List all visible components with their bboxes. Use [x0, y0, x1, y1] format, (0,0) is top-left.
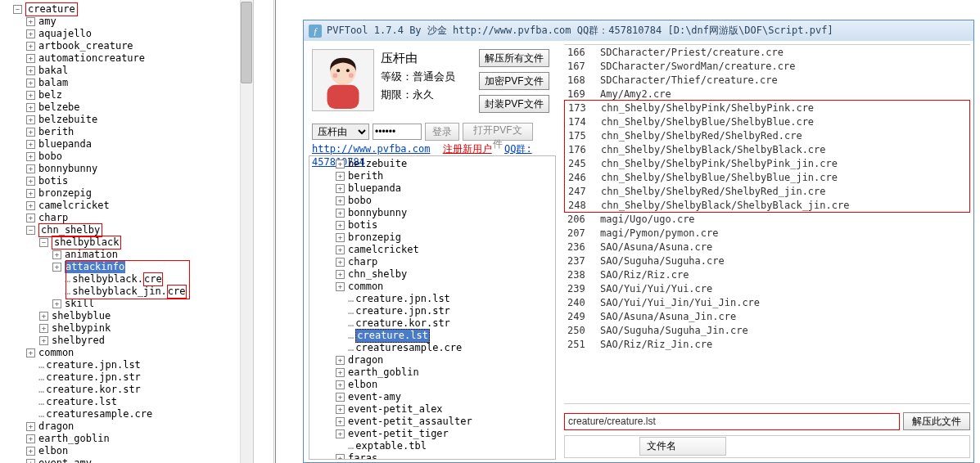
file-row[interactable]: 206magi/Ugo/ugo.cre — [564, 212, 970, 226]
file-row[interactable]: 246chn_Shelby/ShelbyBlue/ShelbyBlue_jin.… — [565, 170, 969, 184]
window-titlebar[interactable]: f PVFTool 1.7.4 By 沙金 http://www.pvfba.c… — [303, 20, 974, 42]
file-list[interactable]: 166SDCharacter/Priest/creature.cre167SDC… — [564, 44, 970, 404]
tree-item[interactable]: +artbook_creature — [26, 40, 253, 52]
tree-item[interactable]: +shelbyred — [39, 335, 253, 347]
file-row[interactable]: 247chn_Shelby/ShelbyRed/ShelbyRed_jin.cr… — [565, 184, 969, 198]
pack-button[interactable]: 封装PVF文件 — [479, 95, 549, 113]
tree-item[interactable]: +bonnybunny — [26, 163, 253, 175]
encrypt-button[interactable]: 加密PVF文件 — [479, 72, 549, 90]
tree-item[interactable]: +chn_shelby — [336, 268, 555, 281]
file-row[interactable]: 207magi/Pymon/pymon.cre — [564, 226, 970, 240]
tree-shelbyblack-jin-cre[interactable]: …shelbyblack_jin.cre — [52, 285, 253, 298]
open-pvf-button[interactable]: 打开PVF文件 — [463, 123, 533, 141]
tree-item[interactable]: +shelbyblue — [39, 310, 253, 322]
file-row[interactable]: 166SDCharacter/Priest/creature.cre — [564, 45, 970, 59]
tree-item[interactable]: +charp — [336, 256, 555, 268]
file-row[interactable]: 176chn_Shelby/ShelbyBlack/ShelbyBlack.cr… — [565, 142, 969, 156]
scrollbar-thumb[interactable] — [241, 2, 252, 83]
tree-item[interactable]: +bluepanda — [26, 138, 253, 151]
tree-item[interactable]: +camelcricket — [26, 200, 253, 212]
file-row[interactable]: 174chn_Shelby/ShelbyBlue/ShelbyBlue.cre — [565, 115, 969, 128]
tree-item[interactable]: …creature.jpn.lst — [26, 359, 253, 371]
homepage-link[interactable]: http://www.pvfba.com — [312, 143, 431, 155]
file-row[interactable]: 240SAO/Yui/Yui_Jin/Yui_Jin.cre — [564, 295, 970, 309]
file-row[interactable]: 248chn_Shelby/ShelbyBlack/ShelbyBlack_ji… — [565, 198, 969, 212]
tree-item[interactable]: +belz — [26, 89, 253, 101]
tree-item[interactable]: +bobo — [26, 151, 253, 163]
tree-root[interactable]: −creature — [13, 3, 253, 16]
file-row[interactable]: 249SAO/Asuna/Asuna_Jin.cre — [564, 309, 970, 323]
tree-item[interactable]: +dragon — [26, 420, 253, 433]
file-row[interactable]: 167SDCharacter/SwordMan/creature.cre — [564, 59, 970, 73]
file-row[interactable]: 251SAO/Riz/Riz_Jin.cre — [564, 337, 970, 351]
tree-item[interactable]: +berith — [26, 126, 253, 138]
user-select[interactable]: 压杆由 — [312, 124, 369, 140]
register-link[interactable]: 注册新用户 — [443, 143, 492, 155]
tree-chn-shelby[interactable]: −chn_shelby — [26, 224, 253, 236]
tree-attackinfo[interactable]: +attackinfo — [52, 261, 253, 273]
tree-item[interactable]: +shelbypink — [39, 322, 253, 335]
file-row[interactable]: 168SDCharacter/Thief/creature.cre — [564, 73, 970, 87]
tree-item[interactable]: +belzebuite — [336, 158, 555, 170]
tree-item[interactable]: +bobo — [336, 195, 555, 207]
scrollbar[interactable] — [240, 0, 253, 463]
tree-item[interactable]: +amy — [26, 16, 253, 28]
tree-item[interactable]: +event-petit_tiger — [336, 428, 555, 440]
tree-item[interactable]: …exptable.tbl — [336, 440, 555, 452]
tree-item[interactable]: +berith — [336, 170, 555, 182]
extract-this-button[interactable]: 解压此文件 — [903, 412, 970, 430]
tree-item[interactable]: +event-amy — [26, 457, 253, 463]
file-row[interactable]: 169Amy/Amy2.cre — [564, 87, 970, 101]
tree-item[interactable]: +bronzepig — [26, 187, 253, 200]
tree-item[interactable]: …creaturesample.cre — [26, 408, 253, 420]
tree-item[interactable]: +bronzepig — [336, 232, 555, 244]
file-row[interactable]: 250SAO/Suguha/Suguha_Jin.cre — [564, 323, 970, 337]
tree-item[interactable]: +dragon — [336, 354, 555, 366]
password-input[interactable] — [373, 124, 422, 140]
tree-item[interactable]: +elbon — [26, 445, 253, 457]
tree-item[interactable]: +balam — [26, 77, 253, 89]
tree-item[interactable]: …creature.jpn.lst — [336, 293, 555, 305]
tree-item[interactable]: +faras — [336, 452, 555, 460]
file-row[interactable]: 239SAO/Yui/Yui/Yui.cre — [564, 281, 970, 295]
tree-item[interactable]: …creaturesample.cre — [336, 342, 555, 354]
tree-item[interactable]: +earth_goblin — [336, 366, 555, 379]
file-row[interactable]: 245chn_Shelby/ShelbyPink/ShelbyPink_jin.… — [565, 156, 969, 170]
tree-item[interactable]: …creature.jpn.str — [26, 371, 253, 384]
tree-shelbyblack-cre[interactable]: …shelbyblack.cre — [52, 273, 253, 285]
file-row[interactable]: 238SAO/Riz/Riz.cre — [564, 267, 970, 281]
tree-item[interactable]: …creature.lst — [26, 396, 253, 408]
tree-item[interactable]: +botis — [336, 219, 555, 232]
tree-item[interactable]: +common — [26, 347, 253, 359]
tree-item[interactable]: +aquajello — [26, 28, 253, 40]
tree-skill[interactable]: +skill — [52, 298, 253, 310]
tree-item[interactable]: …creature.lst — [336, 330, 555, 342]
tree-item[interactable]: +earth_goblin — [26, 433, 253, 445]
file-row[interactable]: 236SAO/Asuna/Asuna.cre — [564, 240, 970, 254]
tree-shelbyblack[interactable]: −shelbyblack — [39, 236, 253, 249]
file-row[interactable]: 173chn_Shelby/ShelbyPink/ShelbyPink.cre — [565, 101, 969, 115]
tree-item[interactable]: +event-petit_alex — [336, 403, 555, 416]
path-input[interactable] — [564, 413, 900, 430]
file-row[interactable]: 237SAO/Suguha/Suguha.cre — [564, 254, 970, 267]
tree-item[interactable]: +elbon — [336, 379, 555, 391]
tree-item[interactable]: +bluepanda — [336, 182, 555, 195]
tree-animation[interactable]: +animation — [52, 249, 253, 261]
tree-item[interactable]: +belzebuite — [26, 114, 253, 126]
tree-item[interactable]: +event-petit_assaulter — [336, 416, 555, 428]
middle-tree[interactable]: +belzebuite+berith+bluepanda+bobo+bonnyb… — [309, 155, 556, 460]
tree-item[interactable]: +event-amy — [336, 391, 555, 403]
tree-item[interactable]: +botis — [26, 175, 253, 187]
tree-item[interactable]: …creature.kor.str — [336, 317, 555, 330]
login-button[interactable]: 登录 — [425, 123, 459, 141]
file-row[interactable]: 175chn_Shelby/ShelbyRed/ShelbyRed.cre — [565, 128, 969, 142]
tree-item[interactable]: +automationcreature — [26, 52, 253, 65]
tree-item[interactable]: +charp — [26, 212, 253, 224]
tree-item[interactable]: +common — [336, 281, 555, 293]
tree-item[interactable]: +bonnybunny — [336, 207, 555, 219]
extract-all-button[interactable]: 解压所有文件 — [479, 49, 549, 67]
tree-item[interactable]: +bakal — [26, 65, 253, 77]
tree-item[interactable]: +camelcricket — [336, 244, 555, 256]
tree-item[interactable]: …creature.kor.str — [26, 384, 253, 396]
tree-item[interactable]: +belzebe — [26, 101, 253, 114]
